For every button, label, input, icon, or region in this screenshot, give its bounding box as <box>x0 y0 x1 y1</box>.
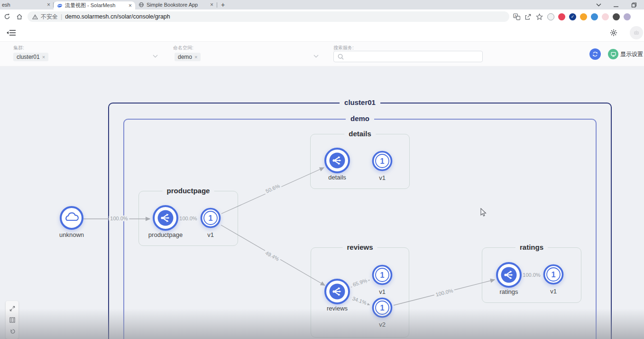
namespace-tag[interactable]: demo× <box>175 53 201 61</box>
node-reviews-v1[interactable]: 1 <box>371 264 394 288</box>
cluster-select-chevron-icon[interactable] <box>153 55 158 58</box>
tab-title: esh <box>2 2 47 8</box>
node-label-productpage-v1: v1 <box>207 231 214 238</box>
extension-pink-icon[interactable] <box>602 13 609 20</box>
svg-text:1: 1 <box>380 271 384 279</box>
namespace-select-chevron-icon[interactable] <box>313 55 319 58</box>
cluster-tag[interactable]: cluster01× <box>13 53 48 61</box>
close-icon[interactable]: × <box>210 2 213 8</box>
reset-view-icon[interactable] <box>9 328 16 335</box>
expand-icon[interactable] <box>9 305 16 312</box>
cluster-filter-label: 集群: <box>13 45 24 51</box>
globe-favicon-icon <box>138 2 144 8</box>
node-label-details-svc: details <box>328 174 346 181</box>
node-label-reviews-v1: v1 <box>379 288 386 295</box>
search-icon <box>338 54 344 60</box>
display-settings-label: 显示设置 <box>620 50 643 58</box>
robot-avatar-icon <box>633 29 640 37</box>
new-tab-button[interactable]: + <box>221 1 225 9</box>
node-reviews-v2[interactable]: 1 <box>371 296 394 321</box>
namespace-tag-text: demo <box>178 54 192 60</box>
tab-title: Simple Bookstore App <box>147 2 208 8</box>
extension-multicolor-icon[interactable] <box>591 13 598 20</box>
cluster-tag-text: cluster01 <box>17 54 40 60</box>
tab-title: 流量视图 - SolarMesh <box>65 2 126 9</box>
filter-bar: 集群: cluster01× 命名空间: demo× 搜索服务: 显示设置 <box>0 42 644 66</box>
node-label-reviews-svc: reviews <box>327 305 348 312</box>
warning-icon <box>32 14 38 19</box>
tab-partial[interactable]: esh × <box>0 0 53 9</box>
namespace-filter-label: 命名空间: <box>173 45 193 51</box>
svg-text:1: 1 <box>380 157 384 165</box>
node-label-reviews-v2: v2 <box>379 321 386 328</box>
tab-separator <box>217 2 217 8</box>
url-text: demo.solarmesh.cn/solar/console/graph <box>65 13 170 20</box>
maximize-icon[interactable] <box>631 2 636 8</box>
display-settings-button[interactable]: 显示设置 <box>608 49 643 59</box>
translate-icon[interactable]: A <box>513 13 520 20</box>
close-icon[interactable]: × <box>47 2 50 8</box>
search-service-label: 搜索服务: <box>333 45 354 51</box>
node-label-productpage-svc: productpage <box>148 231 183 238</box>
refresh-button[interactable] <box>589 48 601 60</box>
node-label-ratings-v1: v1 <box>550 288 557 295</box>
node-details-svc[interactable] <box>323 147 351 176</box>
tab-solarmesh[interactable]: 流量视图 - SolarMesh × <box>54 1 135 9</box>
svg-text:1: 1 <box>551 270 555 279</box>
security-label: 不安全 <box>41 13 58 21</box>
extension-blue-check-icon[interactable]: ✓ <box>569 13 576 20</box>
menu-unfold-icon[interactable] <box>7 29 16 37</box>
fit-screen-icon[interactable] <box>9 317 16 324</box>
search-input[interactable] <box>347 53 478 60</box>
svg-text:1: 1 <box>380 303 384 312</box>
refresh-icon <box>592 51 598 57</box>
graph-controls-panel <box>6 301 18 339</box>
profile-avatar-icon[interactable] <box>624 13 631 20</box>
app-toolbar <box>0 24 644 42</box>
share-icon[interactable] <box>524 13 532 20</box>
browser-url-bar: 不安全 | demo.solarmesh.cn/solar/console/gr… <box>0 9 644 24</box>
solarmesh-favicon-icon <box>57 3 63 9</box>
user-avatar[interactable] <box>630 26 643 39</box>
extensions-puzzle-icon[interactable] <box>613 13 620 20</box>
node-ratings-v1[interactable]: 1 <box>542 263 565 288</box>
svg-text:1: 1 <box>208 214 212 222</box>
remove-tag-icon[interactable]: × <box>194 54 197 60</box>
mouse-cursor <box>480 208 488 217</box>
edge-label-productpage-svc-to-productpage-v1: 100.0% <box>178 216 198 221</box>
search-box[interactable] <box>333 51 483 62</box>
tab-search-chevron-icon[interactable] <box>596 3 601 7</box>
node-ratings-svc[interactable] <box>495 261 523 291</box>
reload-icon[interactable] <box>3 12 11 21</box>
graph-canvas[interactable]: cluster01demoproductpagedetailsreviewsra… <box>0 66 644 339</box>
home-icon[interactable] <box>15 12 24 21</box>
node-label-ratings-svc: ratings <box>499 288 518 295</box>
edge-label-ratings-svc-to-ratings-v1: 100.0% <box>521 272 542 278</box>
extension-red-icon[interactable] <box>558 13 565 20</box>
node-productpage-v1[interactable]: 1 <box>199 207 222 231</box>
graph-edges <box>0 66 644 339</box>
url-omnibox[interactable]: 不安全 | demo.solarmesh.cn/solar/console/gr… <box>28 11 509 22</box>
minimize-icon[interactable] <box>614 2 619 8</box>
remove-tag-icon[interactable]: × <box>42 54 45 60</box>
node-label-unknown: unknown <box>59 231 84 238</box>
node-reviews-svc[interactable] <box>323 278 351 307</box>
node-productpage-svc[interactable] <box>152 204 179 234</box>
monitor-icon <box>608 49 618 59</box>
bookmark-star-icon[interactable] <box>536 13 543 20</box>
edge-label-unknown-to-productpage-svc: 100.0% <box>109 216 129 221</box>
divider: | <box>61 13 62 20</box>
gear-icon[interactable] <box>610 29 617 37</box>
browser-tab-strip: esh × 流量视图 - SolarMesh × Simple Bookstor… <box>0 0 644 9</box>
tab-bookstore[interactable]: Simple Bookstore App × <box>135 0 217 9</box>
extension-orange-emoji-icon[interactable] <box>580 13 587 20</box>
node-unknown[interactable] <box>59 205 84 233</box>
node-details-v1[interactable]: 1 <box>371 150 394 174</box>
node-label-details-v1: v1 <box>379 174 386 181</box>
extension-monocle-icon[interactable] <box>547 13 554 20</box>
close-icon[interactable]: × <box>129 3 132 9</box>
